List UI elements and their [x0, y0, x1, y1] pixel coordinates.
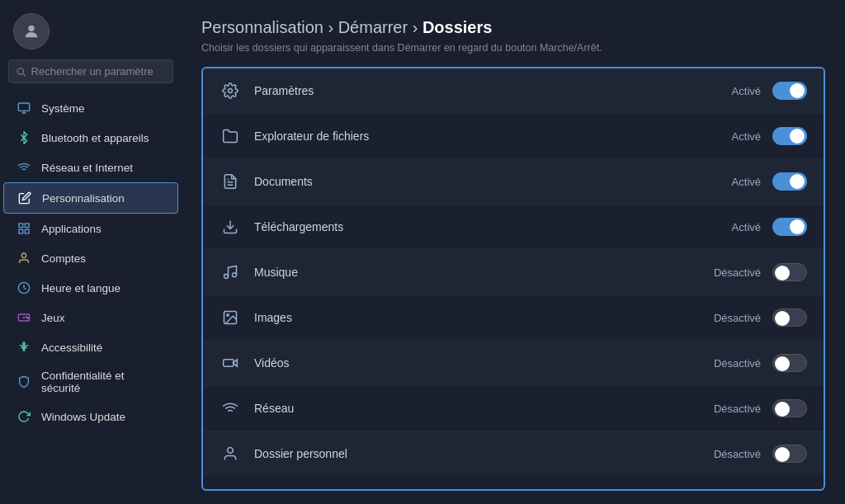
update-icon	[17, 409, 31, 424]
images-icon	[220, 307, 241, 328]
folder-name-telechargements: Téléchargements	[254, 220, 732, 233]
sidebar-item-reseau[interactable]: Réseau et Internet	[3, 153, 178, 182]
breadcrumb: Personnalisation › Démarrer › Dossiers	[201, 18, 825, 37]
sidebar-item-systeme[interactable]: Système	[3, 93, 178, 123]
breadcrumb-1: Personnalisation	[201, 18, 323, 36]
sidebar-item-label: Heure et langue	[41, 282, 120, 294]
sidebar-item-label: Jeux	[41, 312, 65, 324]
svg-rect-6	[19, 224, 23, 228]
documents-icon	[220, 171, 241, 192]
breadcrumb-3: Dossiers	[422, 18, 493, 36]
folder-row-parametres: ParamètresActivé	[203, 68, 824, 114]
folders-list: ParamètresActivéExplorateur de fichiersA…	[201, 67, 825, 491]
avatar[interactable]	[13, 13, 50, 49]
folder-toggle-musique[interactable]	[772, 263, 807, 281]
folder-name-documents: Documents	[254, 175, 732, 188]
sidebar-item-confidentialite[interactable]: Confidentialité et sécurité	[3, 362, 178, 402]
folder-toggle-telechargements[interactable]	[772, 218, 807, 236]
sidebar-item-personnalisation[interactable]: Personnalisation	[3, 182, 178, 214]
sidebar-item-label: Confidentialité et sécurité	[41, 370, 165, 394]
toggle-knob-documents	[790, 174, 805, 189]
folder-status-documents: Activé	[732, 176, 761, 188]
folder-row-explorateur: Explorateur de fichiersActivé	[203, 114, 824, 159]
sidebar-item-jeux[interactable]: Jeux	[3, 303, 178, 332]
folder-row-videos: VidéosDésactivé	[203, 341, 824, 386]
folder-status-telechargements: Activé	[732, 221, 761, 233]
folder-toggle-images[interactable]	[772, 309, 807, 327]
sidebar-item-bluetooth[interactable]: Bluetooth et appareils	[3, 123, 178, 153]
toggle-knob-images	[775, 311, 790, 326]
sidebar-item-label: Bluetooth et appareils	[41, 132, 149, 144]
svg-point-0	[28, 26, 34, 31]
svg-rect-7	[25, 224, 29, 228]
folder-status-dossier-personnel: Désactivé	[714, 448, 761, 460]
svg-rect-3	[18, 103, 29, 111]
svg-point-17	[23, 342, 26, 345]
svg-line-2	[23, 73, 26, 76]
sidebar-item-label: Windows Update	[41, 411, 125, 423]
breadcrumb-2: Démarrer	[338, 18, 408, 36]
folder-row-reseau: RéseauDésactivé	[203, 386, 824, 431]
game-icon	[17, 310, 31, 325]
sidebar-item-accessibilite[interactable]: Accessibilité	[3, 332, 178, 362]
toggle-knob-reseau	[775, 402, 790, 417]
main-content: Personnalisation › Démarrer › Dossiers C…	[182, 0, 845, 504]
folder-toggle-parametres[interactable]	[772, 82, 807, 100]
svg-point-10	[21, 253, 26, 257]
sidebar-item-heure[interactable]: Heure et langue	[3, 273, 178, 303]
sidebar-item-comptes[interactable]: Comptes	[3, 243, 178, 273]
sidebar-navigation: Système Bluetooth et appareils Réseau et…	[0, 93, 182, 431]
folder-row-telechargements: TéléchargementsActivé	[203, 205, 824, 250]
folder-toggle-videos[interactable]	[772, 354, 807, 372]
svg-point-29	[228, 448, 234, 454]
svg-point-1	[17, 68, 23, 73]
folder-status-musique: Désactivé	[714, 266, 761, 279]
svg-point-23	[224, 275, 229, 279]
bluetooth-icon	[17, 130, 31, 145]
clock-icon	[17, 280, 31, 295]
person-icon	[17, 251, 31, 266]
folder-name-musique: Musique	[254, 266, 714, 279]
sidebar-item-windows-update[interactable]: Windows Update	[3, 402, 178, 431]
toggle-knob-videos	[775, 356, 790, 371]
sidebar-item-label: Réseau et Internet	[41, 162, 133, 174]
folder-status-videos: Désactivé	[714, 357, 761, 370]
folder-status-parametres: Activé	[732, 85, 761, 97]
folder-row-musique: MusiqueDésactivé	[203, 250, 824, 295]
videos-icon	[220, 352, 241, 374]
telechargements-icon	[220, 216, 241, 238]
svg-point-19	[229, 89, 233, 93]
breadcrumb-separator-2: ›	[413, 18, 422, 36]
folder-name-videos: Vidéos	[254, 356, 714, 370]
search-box[interactable]	[8, 59, 173, 83]
toggle-knob-parametres	[790, 83, 805, 98]
svg-rect-9	[19, 229, 23, 233]
svg-point-26	[227, 314, 229, 317]
reseau-icon	[220, 398, 241, 419]
toggle-knob-explorateur	[790, 129, 805, 144]
folder-toggle-dossier-personnel[interactable]	[772, 445, 807, 463]
folder-toggle-documents[interactable]	[772, 172, 807, 191]
folder-name-parametres: Paramètres	[254, 84, 732, 97]
apps-icon	[17, 221, 31, 236]
folder-row-documents: DocumentsActivé	[203, 159, 824, 205]
monitor-icon	[17, 101, 31, 115]
search-input[interactable]	[31, 65, 166, 78]
svg-point-24	[233, 273, 237, 277]
folder-toggle-explorateur[interactable]	[772, 127, 807, 145]
toggle-knob-telechargements	[790, 219, 805, 234]
sidebar-item-label: Personnalisation	[42, 192, 125, 205]
sidebar-item-applications[interactable]: Applications	[3, 214, 178, 243]
svg-rect-8	[25, 229, 29, 233]
folder-name-reseau: Réseau	[254, 402, 714, 415]
folder-name-images: Images	[254, 311, 714, 324]
accessibility-icon	[17, 340, 31, 355]
dossier-personnel-icon	[220, 443, 241, 464]
svg-point-16	[27, 318, 28, 318]
toggle-knob-dossier-personnel	[775, 447, 790, 462]
folder-row-dossier-personnel: Dossier personnelDésactivé	[203, 431, 824, 476]
musique-icon	[220, 261, 241, 283]
folder-status-explorateur: Activé	[732, 130, 761, 143]
sidebar-item-label: Applications	[41, 223, 101, 235]
folder-toggle-reseau[interactable]	[772, 399, 807, 417]
